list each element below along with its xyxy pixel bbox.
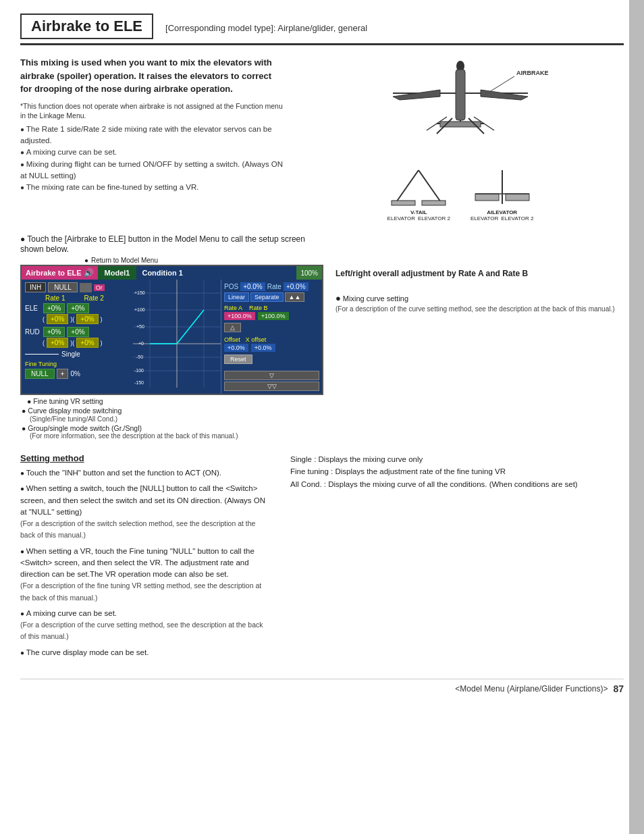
screen-percentage-section: 100% (296, 266, 322, 280)
offset-value[interactable]: +0.0% (224, 344, 248, 352)
curve-display-sub: (Single/Fine tuning/All Cond.) (30, 415, 323, 423)
intro-text: This mixing is used when you want to mix… (20, 56, 284, 96)
display-mode-col: Single : Displays the mixing curve only … (290, 453, 624, 662)
screen-mockup: Airbrake to ELE 🔊 Model1 Condition 1 100… (20, 265, 323, 395)
pos-label: POS (224, 283, 238, 290)
right-col: AIRBRAKE (297, 56, 624, 221)
triangle-up-row: △ (224, 323, 319, 334)
rate-value[interactable]: +0.0% (284, 282, 308, 291)
group-single-sub: (For more information, see the descripti… (30, 432, 323, 440)
bullet-curve: ● (22, 407, 26, 415)
screen-title: Airbrake to ELE (26, 269, 82, 277)
rud-row: RUD +0% +0% (25, 327, 130, 337)
fine-tuning-vr-text: Fine tuning VR setting (33, 397, 103, 405)
setting-method-title: Setting method (20, 453, 270, 463)
bullet-mixing: ● (336, 293, 341, 303)
rud-label: RUD (25, 328, 41, 336)
svg-text:+0: +0 (138, 341, 144, 346)
return-label-text: Return to Model Menu (91, 257, 158, 264)
fine-tuning-mode-text: Fine tuning : Displays the adjustment ra… (290, 465, 624, 477)
left-col: This mixing is used when you want to mix… (20, 56, 284, 221)
footer-page-number: 87 (613, 683, 624, 694)
or-button[interactable]: Or (94, 284, 105, 291)
rate-label: Rate (267, 283, 281, 290)
ele-label: ELE (25, 305, 41, 312)
airplane-diagram: AIRBRAKE (373, 56, 548, 164)
inh-button[interactable]: INH (25, 282, 46, 292)
setup-section: ● Touch the [Airbrake to ELE] button in … (20, 234, 624, 440)
plus-btn[interactable]: + (57, 369, 69, 379)
x-offset-value[interactable]: +0.0% (251, 344, 275, 352)
right-sidebar (629, 0, 644, 834)
rud-rate1-btn[interactable]: +0% (43, 327, 65, 337)
diagram-area: AIRBRAKE (373, 56, 548, 221)
bottom-section: Setting method Touch the "INH" button an… (20, 453, 624, 662)
rud-sub-rate2-btn[interactable]: +0% (76, 338, 98, 348)
setting-item-5: The curve display mode can be set. (20, 647, 270, 658)
footer: <Model Menu (Airplane/Glider Functions)>… (20, 679, 624, 694)
nav-buttons: ▽ ▽▽ (224, 371, 319, 391)
vtail-label: V-TAIL (387, 209, 450, 215)
mixing-curve-chart: +150 +100 +50 +0 -50 -100 -150 (133, 280, 221, 388)
triangle-up-button[interactable]: △ (224, 323, 241, 332)
screen-topbar: Airbrake to ELE 🔊 Model1 Condition 1 100… (22, 266, 322, 280)
mixing-curve-annotation: ● Mixing curve setting (For a descriptio… (336, 293, 624, 314)
offset-values-row: +0.0% +0.0% (224, 344, 319, 352)
reset-button[interactable]: Reset (224, 355, 252, 364)
screen-title-section: Airbrake to ELE 🔊 (22, 266, 98, 280)
pos-value[interactable]: +0.0% (240, 282, 265, 291)
rud-rate2-btn[interactable]: +0% (67, 327, 88, 337)
ele-rate1-btn[interactable]: +0% (43, 303, 65, 313)
mixing-curve-row: ● Mixing curve setting (336, 293, 624, 303)
elevator2-label-2: ELEVATOR 2 (501, 215, 533, 221)
single-line (25, 354, 59, 355)
right-annotation-text: Left/right overall adjustment by Rate A … (336, 267, 624, 280)
screen-right-panel: POS +0.0% Rate +0.0% Linear Separate ▲▲ (221, 280, 322, 394)
screen-percentage: 100% (300, 269, 318, 277)
linear-button[interactable]: Linear (224, 292, 249, 302)
null-fine-btn[interactable]: NULL (25, 369, 55, 379)
rud-sub-row: ( +0% )( +0% ) (43, 338, 130, 348)
feature-item-2: A mixing curve can be set. (20, 147, 284, 158)
single-label: Single (61, 350, 80, 358)
setup-touch-text: ● Touch the [Airbrake to ELE] button in … (20, 234, 305, 254)
page-container: Airbrake to ELE [Corresponding model typ… (0, 0, 644, 834)
rate-a-button[interactable]: +100.0% (224, 312, 255, 320)
fine-tuning-annotation: ● Fine tuning VR setting (27, 397, 323, 405)
rate-headers: Rate 1 Rate 2 (45, 294, 130, 302)
rud-sub-rate1-btn[interactable]: +0% (47, 338, 68, 348)
svg-rect-8 (456, 70, 465, 120)
rate2-header: Rate 2 (84, 294, 103, 302)
feature-item-1: The Rate 1 side/Rate 2 side mixing rate … (20, 124, 284, 147)
svg-text:-100: -100 (134, 368, 144, 373)
separate-button[interactable]: Separate (250, 292, 284, 302)
nav-down-button[interactable]: ▽ (224, 371, 319, 380)
setting-method-col: Setting method Touch the "INH" button an… (20, 453, 270, 662)
rate-ab-labels: Rate A Rate B (224, 305, 319, 311)
screen-condition: Condition 1 (142, 269, 183, 277)
note-text: *This function does not operate when air… (20, 101, 284, 121)
null-button[interactable]: NULL (48, 282, 78, 292)
nav-down-down-button[interactable]: ▽▽ (224, 382, 319, 391)
ele-sub-rate2-btn[interactable]: +0% (76, 314, 98, 324)
feature-item-4: The mixing rate can be fine-tuned by set… (20, 182, 284, 193)
rate-a-label: Rate A (224, 305, 242, 311)
svg-rect-10 (392, 201, 415, 205)
vtail-section: V-TAIL ELEVATOR ELEVATOR 2 (387, 167, 450, 221)
aa-button[interactable]: ▲▲ (285, 292, 305, 302)
setting-item-3: When setting a VR, touch the Fine tuning… (20, 546, 270, 604)
ele-sub-rate1-btn[interactable]: +0% (47, 314, 68, 324)
screen-body: INH NULL Or Rate 1 Rate 2 (22, 280, 322, 394)
group-single-annotation: ● Group/single mode switch (Gr./Sngl) (22, 424, 323, 432)
svg-rect-14 (506, 194, 529, 201)
offset-labels: Offset X offset (224, 336, 319, 343)
ailevator-sub-labels: ELEVATOR ELEVATOR 2 (471, 215, 533, 221)
footer-text: <Model Menu (Airplane/Glider Functions)> (455, 684, 608, 694)
reset-row: Reset (224, 355, 319, 367)
ailevator-label: AILEVATOR (471, 209, 533, 215)
ele-rate2-btn[interactable]: +0% (67, 303, 88, 313)
fine-tuning-label: Fine Tuning (25, 361, 130, 367)
rate-ab-values: +100.0% +100.0% (224, 312, 319, 320)
rate-b-button[interactable]: +100.0% (258, 312, 289, 320)
svg-rect-11 (422, 201, 446, 205)
